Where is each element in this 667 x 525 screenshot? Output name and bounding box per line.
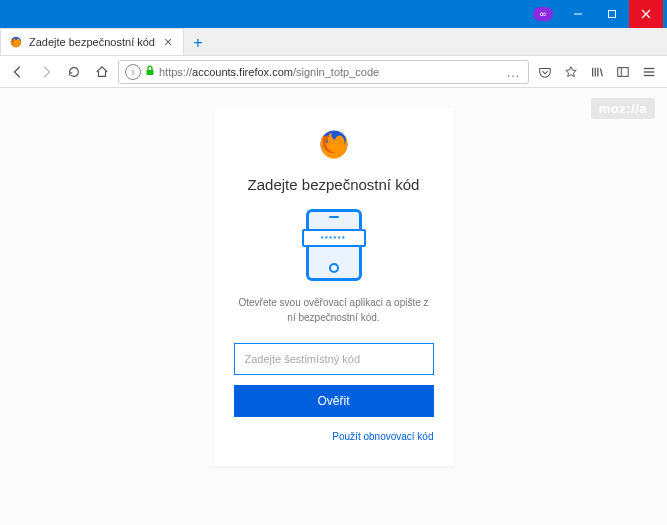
mask-icon[interactable]: ∞ [533, 7, 553, 21]
window-titlebar: ∞ [0, 0, 667, 28]
sidebar-icon[interactable] [611, 60, 635, 84]
tab-title: Zadejte bezpečnostní kód [29, 36, 155, 48]
device-illustration: ****** [303, 209, 365, 281]
tab-close-icon[interactable]: × [161, 35, 175, 49]
home-button[interactable] [90, 60, 114, 84]
totp-card: Zadejte bezpečnostní kód ****** Otevřete… [214, 108, 454, 466]
page-content: moz://a Zadejte bezpečnostní kód ****** … [0, 88, 667, 525]
recovery-code-link[interactable]: Použít obnovovací kód [234, 431, 434, 442]
back-button[interactable] [6, 60, 30, 84]
totp-code-input[interactable] [234, 343, 434, 375]
close-button[interactable] [629, 0, 663, 28]
site-info-icon[interactable]: i [125, 64, 141, 80]
instructions-text: Otevřete svou ověřovací aplikaci a opišt… [234, 295, 434, 325]
firefox-favicon-icon [9, 35, 23, 49]
url-text: https://accounts.firefox.com/signin_totp… [159, 66, 500, 78]
page-dots[interactable]: … [504, 64, 522, 80]
maximize-button[interactable] [595, 0, 629, 28]
reload-button[interactable] [62, 60, 86, 84]
firefox-logo-icon [316, 126, 352, 162]
minimize-button[interactable] [561, 0, 595, 28]
lock-icon [145, 65, 155, 78]
menu-icon[interactable] [637, 60, 661, 84]
mozilla-badge: moz://a [591, 98, 655, 119]
forward-button[interactable] [34, 60, 58, 84]
bookmark-icon[interactable] [559, 60, 583, 84]
pocket-icon[interactable] [533, 60, 557, 84]
tab-active[interactable]: Zadejte bezpečnostní kód × [0, 28, 184, 55]
svg-rect-6 [618, 67, 629, 76]
library-icon[interactable] [585, 60, 609, 84]
tab-bar: Zadejte bezpečnostní kód × + [0, 28, 667, 56]
verify-button[interactable]: Ověřit [234, 385, 434, 417]
nav-toolbar: i https://accounts.firefox.com/signin_to… [0, 56, 667, 88]
code-mask-bubble: ****** [302, 229, 366, 247]
svg-rect-5 [147, 70, 154, 75]
new-tab-button[interactable]: + [184, 31, 212, 55]
card-heading: Zadejte bezpečnostní kód [234, 176, 434, 193]
svg-rect-1 [609, 11, 616, 18]
url-bar[interactable]: i https://accounts.firefox.com/signin_to… [118, 60, 529, 84]
